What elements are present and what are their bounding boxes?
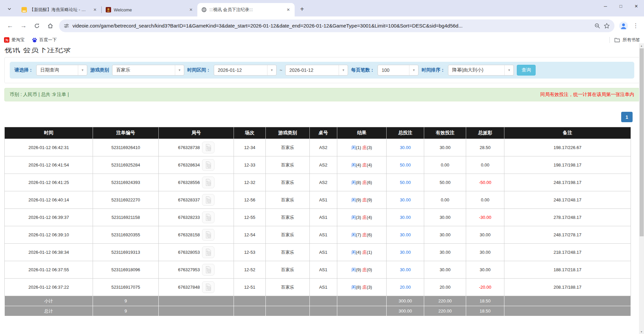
total-bet-link[interactable]: 30.00 (400, 197, 411, 202)
cell-result: 闲(9) 庄(9) (337, 191, 386, 209)
page-size-select[interactable]: 100 ▼ (378, 65, 418, 76)
cell-session (234, 306, 265, 316)
maximize-button[interactable]: □ (613, 0, 629, 12)
video-replay-button[interactable] (202, 264, 214, 276)
cell-round-number (159, 306, 234, 316)
total-bet-link[interactable]: 50.00 (400, 180, 411, 185)
game-type-select[interactable]: 百家乐 ▼ (112, 65, 184, 76)
cell-total-payout: 0.00 (466, 191, 504, 209)
cell-total-bet[interactable]: 30.00 (387, 191, 424, 209)
zoom-indicator-button[interactable] (594, 23, 600, 29)
scroll-up-arrow-icon[interactable]: ▲ (639, 43, 644, 48)
tab-title: 【新提醒】海燕策略论坛 - 综合 (30, 7, 89, 13)
header-cell: 桌号 (309, 127, 337, 139)
cell-valid-bet: 30.00 (424, 139, 466, 156)
bookmark-taobao[interactable]: 淘 爱淘宝 (4, 37, 24, 43)
total-bet-link[interactable]: 30.00 (400, 250, 411, 255)
total-bet-link[interactable]: 50.00 (400, 162, 411, 168)
vertical-scrollbar[interactable]: ▲ ▼ (639, 43, 644, 334)
total-bet-link[interactable]: 20.00 (400, 285, 411, 290)
reload-button[interactable] (31, 20, 43, 32)
video-replay-button[interactable] (202, 142, 214, 153)
date-end-input[interactable]: 2026-01-12 ▼ (285, 65, 348, 76)
total-bet-link[interactable]: 30.00 (400, 232, 411, 237)
tab-title: Welcome (114, 7, 185, 12)
bookmark-star-button[interactable] (604, 23, 610, 29)
header-cell: 结果 (337, 127, 386, 139)
forward-button[interactable]: → (18, 20, 29, 32)
scrollbar-thumb[interactable] (640, 48, 644, 236)
total-bet-link[interactable]: 30.00 (400, 267, 411, 272)
site-settings-icon[interactable] (64, 23, 69, 29)
video-replay-button[interactable] (202, 281, 214, 293)
all-bookmarks-button[interactable]: 所有书签 (623, 37, 640, 43)
globe-icon (201, 7, 207, 12)
video-replay-button[interactable] (202, 246, 214, 258)
cell-total-bet[interactable]: 30.00 (387, 226, 424, 244)
cell-session: 12-56 (234, 191, 265, 209)
minimize-button[interactable]: ─ (598, 0, 613, 12)
cell-total-bet[interactable]: 30.00 (387, 261, 424, 279)
tab-bet-record-active[interactable]: :::视讯 会员下注纪录::: ✕ (197, 3, 295, 16)
profile-button[interactable] (618, 20, 629, 32)
reload-icon (34, 23, 40, 29)
cell-valid-bet: 20.00 (424, 279, 466, 296)
cell-total-bet[interactable]: 30.00 (387, 139, 424, 156)
back-button[interactable]: ← (4, 20, 16, 32)
close-icon[interactable]: ✕ (92, 7, 98, 13)
total-bet-link[interactable]: 30.00 (400, 215, 411, 220)
cell-total-bet[interactable]: 20.00 (387, 279, 424, 296)
date-start-input[interactable]: 2026-01-12 ▼ (214, 65, 277, 76)
close-icon[interactable]: ✕ (188, 7, 194, 13)
url-text[interactable]: videoie.com/game/betrecord_search/kind3?… (72, 23, 591, 29)
close-icon[interactable]: ✕ (285, 7, 291, 13)
new-tab-button[interactable]: + (297, 4, 307, 14)
cell-table-number: AS2 (309, 174, 337, 191)
search-button[interactable]: 查询 (517, 65, 536, 76)
page-1-button[interactable]: 1 (621, 112, 633, 122)
video-replay-icon (205, 161, 212, 169)
cell-game-type (266, 306, 310, 316)
video-replay-button[interactable] (202, 177, 214, 188)
tab-search-chevron-button[interactable] (5, 4, 14, 14)
chevron-down-icon: ▼ (78, 65, 87, 75)
cell-table-number: AS1 (309, 209, 337, 226)
cell-session: 12-51 (234, 279, 265, 296)
video-replay-icon (205, 213, 212, 221)
star-icon (604, 23, 610, 29)
cell-sum-total-bet: 300.00 (387, 296, 424, 306)
total-row: 总计9300.00220.0018.50 (5, 306, 631, 316)
video-replay-button[interactable] (202, 211, 214, 223)
home-button[interactable] (45, 20, 56, 32)
scroll-down-arrow-icon[interactable]: ▼ (639, 329, 644, 334)
cell-total-bet[interactable]: 50.00 (387, 156, 424, 174)
bookmark-baidu[interactable]: 百度一下 (32, 37, 57, 43)
cell-total-bet[interactable]: 30.00 (387, 209, 424, 226)
video-replay-button[interactable] (202, 194, 214, 206)
tab-bar: 【新提醒】海燕策略论坛 - 综合 ✕ Welcome ✕ :::视讯 会员下注纪… (0, 0, 644, 16)
sort-select[interactable]: 降幂(由大到小) ▼ (448, 65, 514, 76)
close-window-button[interactable]: ✕ (629, 0, 644, 12)
cell-total-payout: 30.00 (466, 261, 504, 279)
tab-forum[interactable]: 【新提醒】海燕策略论坛 - 综合 ✕ (17, 3, 101, 16)
browser-menu-button[interactable]: ⋮ (631, 20, 641, 32)
cell-game-type: 百家乐 (266, 261, 310, 279)
total-bet-link[interactable]: 30.00 (400, 145, 411, 150)
cell-remark: 198.17/198.17 (504, 156, 631, 174)
cell-total-bet[interactable]: 30.00 (387, 244, 424, 261)
video-replay-button[interactable] (202, 159, 214, 171)
video-replay-icon (205, 283, 212, 291)
baidu-paw-icon (32, 37, 37, 43)
chevron-down-icon: ▼ (504, 65, 513, 75)
video-replay-button[interactable] (202, 229, 214, 241)
url-bar[interactable]: videoie.com/game/betrecord_search/kind3?… (59, 19, 614, 32)
tab-welcome[interactable]: Welcome ✕ (102, 3, 197, 16)
cell-table-number: AS1 (309, 244, 337, 261)
chevron-down-icon: ▼ (267, 65, 276, 75)
query-mode-select[interactable]: 日期查询 ▼ (36, 65, 87, 76)
video-replay-icon (205, 248, 212, 256)
cell-total-bet[interactable]: 50.00 (387, 174, 424, 191)
cell-sum-valid-bet: 220.00 (424, 306, 466, 316)
cell-round-number: 676328233 (159, 209, 234, 226)
header-cell: 有效投注 (424, 127, 466, 139)
